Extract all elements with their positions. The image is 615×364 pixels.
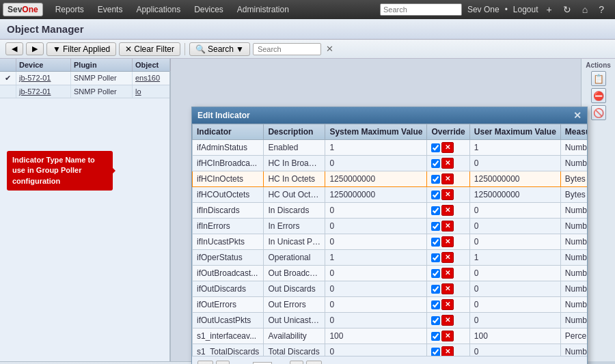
indicator-row[interactable]: ifOperStatus Operational 1 ✕ 1 Number Ye… <box>193 250 588 266</box>
indicator-row[interactable]: s1_interfaceav... Availability 100 ✕ 100… <box>193 328 588 344</box>
cell-override-1[interactable]: ✕ <box>427 156 469 171</box>
indicator-row[interactable]: ifHCInOctets HC In Octets 1250000000 ✕ 1… <box>193 171 588 187</box>
app-logo[interactable]: SevOne <box>3 3 43 16</box>
indicator-row[interactable]: ifHCOutOctets HC Out Octets 1250000000 ✕… <box>193 187 588 203</box>
override-x-button-3[interactable]: ✕ <box>441 189 454 200</box>
nav-forward-button[interactable]: ▶ <box>26 42 44 55</box>
pg-first-button[interactable]: |◀ <box>197 361 213 364</box>
cell-override-9[interactable]: ✕ <box>427 281 469 297</box>
override-checkbox-2[interactable] <box>431 175 440 184</box>
add-icon[interactable]: + <box>544 3 555 16</box>
cell-override-8[interactable]: ✕ <box>427 266 469 281</box>
help-icon[interactable]: ? <box>596 3 607 16</box>
override-x-button-4[interactable]: ✕ <box>441 205 454 216</box>
row2-check[interactable] <box>0 85 16 98</box>
override-x-button-2[interactable]: ✕ <box>441 173 454 184</box>
pg-last-button[interactable]: ▶| <box>306 361 322 364</box>
indicator-row[interactable]: ifInUcastPkts In Unicast Pack... 0 ✕ 0 N… <box>193 234 588 250</box>
override-x-button-13[interactable]: ✕ <box>441 346 454 356</box>
search-button[interactable]: 🔍 Search ▼ <box>189 42 250 56</box>
override-x-button-1[interactable]: ✕ <box>441 158 454 169</box>
filter-icon: ▼ <box>53 44 61 54</box>
cell-description-13: Total Discards <box>264 344 325 356</box>
indicator-row[interactable]: ifAdminStatus Enabled 1 ✕ 1 Number Yes <box>193 140 588 156</box>
pg-page-input[interactable] <box>253 362 272 365</box>
override-x-button-0[interactable]: ✕ <box>441 142 454 153</box>
override-x-button-5[interactable]: ✕ <box>441 221 454 232</box>
indicator-row[interactable]: ifOutUcastPkts Out Unicast Pa... 0 ✕ 0 N… <box>193 313 588 328</box>
cell-override-3[interactable]: ✕ <box>427 187 469 203</box>
left-row-2[interactable]: jb-572-01 SNMP Poller lo <box>0 85 169 98</box>
clear-filter-button[interactable]: ✕ Clear Filter <box>119 42 180 56</box>
indicator-row[interactable]: ifOutBroadcast... Out Broadcast ... 0 ✕ … <box>193 266 588 281</box>
dialog-close-button[interactable]: ✕ <box>573 111 582 120</box>
cell-sysmax-7: 1 <box>325 250 427 266</box>
dialog-title: Edit Indicator <box>197 111 250 120</box>
override-x-button-11[interactable]: ✕ <box>441 315 454 326</box>
override-checkbox-9[interactable] <box>431 285 440 294</box>
cell-override-0[interactable]: ✕ <box>427 140 469 156</box>
row1-device[interactable]: jb-572-01 <box>16 72 71 85</box>
override-x-button-12[interactable]: ✕ <box>441 331 454 341</box>
override-checkbox-4[interactable] <box>431 206 440 215</box>
nav-applications[interactable]: Applications <box>129 2 187 17</box>
cell-override-10[interactable]: ✕ <box>427 297 469 313</box>
search-clear-icon[interactable]: ✕ <box>324 44 336 54</box>
override-checkbox-12[interactable] <box>431 332 440 341</box>
nav-administration[interactable]: Administration <box>230 2 296 17</box>
row1-check[interactable]: ✔ <box>0 72 16 85</box>
override-checkbox-6[interactable] <box>431 238 440 247</box>
nav-devices[interactable]: Devices <box>187 2 230 17</box>
override-checkbox-5[interactable] <box>431 222 440 231</box>
nav-reports[interactable]: Reports <box>49 2 91 17</box>
override-checkbox-11[interactable] <box>431 316 440 325</box>
cell-usermax-0: 1 <box>469 140 560 156</box>
cell-override-5[interactable]: ✕ <box>427 219 469 234</box>
override-checkbox-8[interactable] <box>431 269 440 278</box>
override-checkbox-3[interactable] <box>431 191 440 199</box>
override-checkbox-0[interactable] <box>431 143 440 152</box>
indicator-row[interactable]: ifInErrors In Errors 0 ✕ 0 Number Yes <box>193 219 588 234</box>
override-checkbox-1[interactable] <box>431 159 440 168</box>
override-checkbox-7[interactable] <box>431 253 440 262</box>
cell-override-13[interactable]: ✕ <box>427 344 469 356</box>
cell-units-10: Number <box>560 297 587 313</box>
logout-link[interactable]: Logout <box>513 5 538 14</box>
override-x-button-7[interactable]: ✕ <box>441 252 454 263</box>
home-icon[interactable]: ⌂ <box>579 3 590 16</box>
nav-events[interactable]: Events <box>91 2 130 17</box>
global-search-input[interactable] <box>380 3 462 16</box>
indicator-row[interactable]: s1_TotalDiscards Total Discards 0 ✕ 0 Nu… <box>193 344 588 356</box>
action-block-icon[interactable]: 🚫 <box>591 105 606 120</box>
nav-back-button[interactable]: ◀ <box>5 42 23 55</box>
indicator-row[interactable]: ifOutErrors Out Errors 0 ✕ 0 Number Yes <box>193 297 588 313</box>
indicator-row[interactable]: ifHCInBroadca... HC In Broadca... 0 ✕ 0 … <box>193 156 588 171</box>
override-x-button-9[interactable]: ✕ <box>441 283 454 294</box>
row1-object[interactable]: ens160 <box>133 72 169 85</box>
cell-override-4[interactable]: ✕ <box>427 203 469 219</box>
override-x-button-6[interactable]: ✕ <box>441 236 454 247</box>
indicator-row[interactable]: ifInDiscards In Discards 0 ✕ 0 Number Ye… <box>193 203 588 219</box>
cell-override-12[interactable]: ✕ <box>427 328 469 344</box>
cell-override-7[interactable]: ✕ <box>427 250 469 266</box>
indicator-table: Indicator Description System Maximum Val… <box>192 124 587 356</box>
cell-override-2[interactable]: ✕ <box>427 171 469 187</box>
row2-object[interactable]: lo <box>133 85 169 98</box>
override-checkbox-13[interactable] <box>431 348 440 356</box>
override-x-button-8[interactable]: ✕ <box>441 268 454 279</box>
pg-next-button[interactable]: ▶ <box>290 361 303 364</box>
action-copy-icon[interactable]: 📋 <box>591 71 606 86</box>
cell-override-6[interactable]: ✕ <box>427 234 469 250</box>
refresh-icon[interactable]: ↻ <box>560 3 574 16</box>
cell-override-11[interactable]: ✕ <box>427 313 469 328</box>
override-x-button-10[interactable]: ✕ <box>441 299 454 310</box>
action-stop-icon[interactable]: ⛔ <box>591 88 606 103</box>
indicator-row[interactable]: ifOutDiscards Out Discards 0 ✕ 0 Number … <box>193 281 588 297</box>
search-input[interactable] <box>253 43 321 55</box>
clear-filter-icon: ✕ <box>125 44 132 54</box>
filter-applied-button[interactable]: ▼ Filter Applied <box>46 42 116 56</box>
row2-device[interactable]: jb-572-01 <box>16 85 71 98</box>
override-checkbox-10[interactable] <box>431 300 440 309</box>
left-row-1[interactable]: ✔ jb-572-01 SNMP Poller ens160 <box>0 72 169 85</box>
pg-prev-button[interactable]: ◀ <box>216 361 230 364</box>
